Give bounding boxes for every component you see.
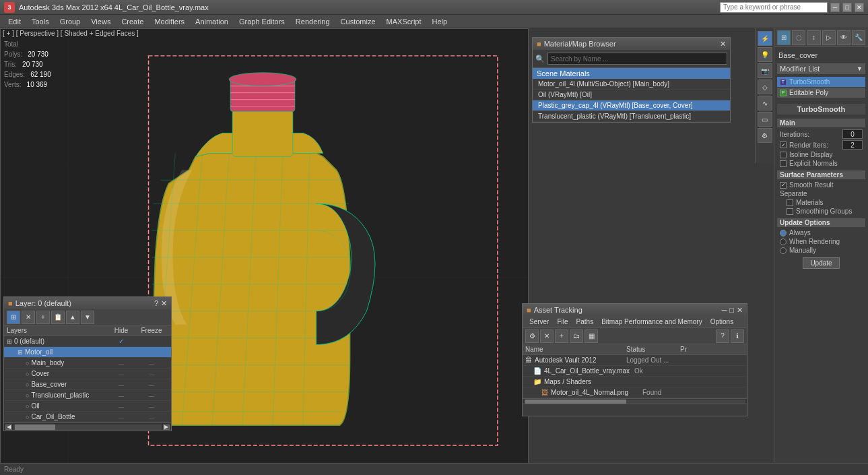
material-search: 🔍	[533, 50, 730, 68]
asset-menu-options[interactable]: Options	[706, 317, 737, 326]
asset-menu-paths[interactable]: Paths	[572, 317, 598, 326]
material-search-input[interactable]	[547, 53, 727, 65]
helper-icon[interactable]: ◇	[758, 80, 772, 94]
asset-row-vault[interactable]: 🏛 Autodesk Vault 2012 Logged Out ...	[523, 355, 747, 366]
utilities-tab-icon[interactable]: 🔧	[852, 30, 865, 45]
layer-row-car-oil-bottle[interactable]: ○ Car_Oil_Bottle — —	[4, 412, 171, 422]
camera-icon[interactable]: 📷	[758, 63, 772, 78]
menu-modifiers[interactable]: Modifiers	[149, 16, 190, 27]
material-item-1[interactable]: Oil (VRayMtl) [Oil]	[533, 90, 730, 100]
layer-base-cover-icon: ○	[26, 381, 29, 388]
material-item-0[interactable]: Motor_oil_4l (Multi/Sub-Object) [Main_bo…	[533, 79, 730, 90]
minimize-button[interactable]: ─	[830, 3, 840, 12]
layer-0-name: ⊞ 0 (default)	[7, 338, 108, 345]
menu-animation[interactable]: Animation	[190, 16, 234, 27]
layers-scroll-right[interactable]: ▶	[163, 424, 170, 430]
layers-icon-1[interactable]: ⊞	[7, 311, 20, 324]
asset-row-maps[interactable]: 📁 Maps / Shaders	[523, 377, 747, 387]
layer-row-base-cover[interactable]: ○ Base_cover — —	[4, 379, 171, 390]
asset-toolbar-icon-2[interactable]: ✕	[540, 329, 554, 343]
asset-toolbar-info[interactable]: ℹ	[731, 329, 744, 343]
menu-help[interactable]: Help	[427, 16, 453, 27]
menu-group[interactable]: Group	[55, 16, 86, 27]
space-warp-icon[interactable]: ∿	[758, 96, 772, 110]
layer-row-cover[interactable]: ○ Cover — —	[4, 369, 171, 379]
menu-create[interactable]: Create	[116, 16, 149, 27]
asset-toolbar-icon-5[interactable]: ▦	[585, 329, 598, 343]
ts-smooth-result-row: Smooth Result	[777, 181, 865, 189]
render-icon[interactable]: ⚡	[758, 31, 772, 46]
ts-materials-checkbox[interactable]	[787, 199, 793, 206]
layers-scroll-left[interactable]: ◀	[5, 424, 12, 430]
asset-toolbar-icon-1[interactable]: ⚙	[525, 329, 539, 343]
light-icon[interactable]: 💡	[758, 47, 772, 62]
layers-help-button[interactable]: ?	[154, 299, 158, 308]
asset-toolbar-icon-3[interactable]: +	[555, 329, 568, 343]
ts-explicit-normals-checkbox[interactable]	[780, 160, 787, 167]
layers-scrollbar[interactable]: ◀ ▶	[4, 422, 171, 431]
layers-icon-2[interactable]: ✕	[22, 311, 35, 324]
asset-close-button[interactable]: ✕	[737, 306, 743, 315]
menu-maxscript[interactable]: MAXScript	[381, 16, 427, 27]
asset-maximize-button[interactable]: □	[729, 306, 734, 315]
modifier-editable-poly[interactable]: P Editable Poly	[777, 88, 865, 98]
geo-icon[interactable]: ▭	[758, 112, 772, 127]
modifier-turbosmooth[interactable]: T TurboSmooth	[777, 77, 865, 87]
hierarchy-tab-icon[interactable]: ↕	[807, 30, 820, 45]
system-icon[interactable]: ⚙	[758, 128, 772, 143]
layers-icon-5[interactable]: ▲	[66, 311, 79, 324]
ts-smoothing-groups-checkbox[interactable]	[787, 208, 793, 215]
layers-close-button[interactable]: ✕	[161, 299, 167, 308]
material-item-3[interactable]: Translucent_plastic (VRayMtl) [Transluce…	[533, 111, 730, 122]
asset-toolbar-help[interactable]: ?	[716, 329, 729, 343]
create-tab-icon[interactable]: ⊞	[777, 30, 791, 45]
ts-always-radio[interactable]	[780, 230, 787, 236]
menu-tools[interactable]: Tools	[26, 16, 55, 27]
material-item-2[interactable]: Plastic_grey_cap_4l (VRayMtl) [Base_cove…	[533, 100, 730, 111]
statusbar: Ready	[0, 463, 868, 475]
motion-tab-icon[interactable]: ▷	[822, 30, 836, 45]
search-box[interactable]	[720, 2, 828, 13]
search-input[interactable]	[723, 3, 824, 11]
asset-toolbar-icon-4[interactable]: 🗂	[570, 329, 583, 343]
ts-smooth-result-checkbox[interactable]	[780, 182, 787, 189]
asset-menu-server[interactable]: Server	[525, 317, 553, 326]
menu-customize[interactable]: Customize	[335, 16, 381, 27]
display-tab-icon[interactable]: 👁	[837, 30, 850, 45]
asset-scrollbar[interactable]	[523, 398, 747, 404]
ts-isoline-checkbox[interactable]	[780, 152, 787, 158]
asset-row-normal[interactable]: 🖼 Motor_oil_4L_Normal.png Found	[523, 387, 747, 398]
layer-row-translucent[interactable]: ○ Translucent_plastic — —	[4, 390, 171, 401]
layer-row-main-body[interactable]: ○ Main_body — —	[4, 358, 171, 369]
ts-iterations-input[interactable]	[842, 129, 863, 139]
ts-update-button[interactable]: Update	[803, 257, 839, 269]
asset-menu-bitmap[interactable]: Bitmap Performance and Memory	[597, 317, 706, 326]
menu-edit[interactable]: Edit	[3, 16, 26, 27]
asset-minimize-button[interactable]: ─	[722, 306, 727, 315]
layer-row-0[interactable]: ⊞ 0 (default) ✓	[4, 336, 171, 347]
material-panel-title: Material/Map Browser	[544, 40, 616, 48]
modify-tab-icon[interactable]: ◌	[792, 30, 805, 45]
editable-poly-icon: P	[780, 90, 787, 96]
close-button[interactable]: ✕	[855, 3, 864, 12]
material-panel-close[interactable]: ✕	[720, 40, 726, 49]
menu-rendering[interactable]: Rendering	[290, 16, 335, 27]
ts-materials-label: Materials	[796, 199, 863, 206]
modifier-list-dropdown[interactable]: ▼	[857, 65, 863, 72]
layers-col-name: Layers	[7, 327, 108, 334]
layers-icon-4[interactable]: 📋	[51, 311, 65, 324]
ts-render-iters-input[interactable]	[842, 140, 863, 150]
asset-menu-file[interactable]: File	[553, 317, 572, 326]
material-section-header[interactable]: Scene Materials	[533, 68, 730, 79]
layer-row-motor-oil[interactable]: ⊞ Motor_oil	[4, 347, 171, 358]
maximize-button[interactable]: □	[842, 3, 852, 12]
menu-graph-editors[interactable]: Graph Editors	[234, 16, 290, 27]
menu-views[interactable]: Views	[86, 16, 116, 27]
layers-icon-3[interactable]: +	[36, 311, 50, 324]
ts-manually-radio[interactable]	[780, 247, 787, 254]
ts-when-rendering-radio[interactable]	[780, 239, 787, 245]
layers-icon-6[interactable]: ▼	[81, 311, 94, 324]
ts-render-iters-checkbox[interactable]	[780, 141, 787, 148]
layer-row-oil[interactable]: ○ Oil — —	[4, 401, 171, 412]
asset-row-file[interactable]: 📄 4L_Car_Oil_Bottle_vray.max Ok	[523, 366, 747, 377]
